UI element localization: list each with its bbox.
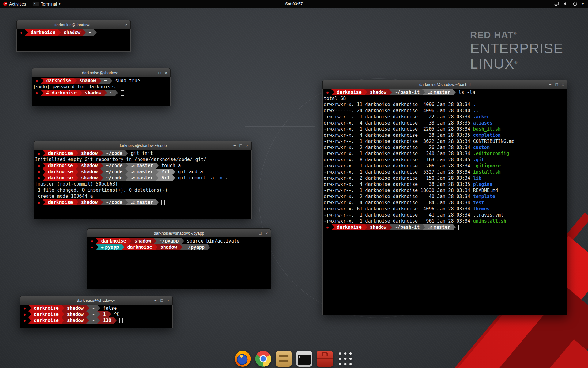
window-titlebar[interactable]: darknoise@shadow:~/pyapp−□× xyxy=(87,228,271,238)
window-titlebar[interactable]: darknoise@shadow:~/code−□× xyxy=(34,141,252,150)
terminal-line: -rw-rw-r--. 1 darknoise darknoise 18630 … xyxy=(324,187,567,194)
powerline-arrow-icon xyxy=(125,199,128,205)
activities-button[interactable]: Activities xyxy=(0,0,29,8)
minimize-button[interactable]: − xyxy=(112,23,115,27)
terminal-cursor xyxy=(119,318,123,323)
powerline-arrow-icon xyxy=(43,150,45,156)
chevron-down-icon[interactable]: ▾ xyxy=(582,2,584,6)
close-button[interactable]: × xyxy=(265,231,268,235)
segment-text: shadow xyxy=(79,78,96,83)
terminal-content[interactable]: ●darknoiseshadow~/bash-it⎇masterls -lato… xyxy=(322,89,567,315)
close-button[interactable]: × xyxy=(167,298,169,302)
terminal-content[interactable]: ●darknoiseshadow~/pyappsource bin/activa… xyxy=(87,237,271,289)
terminal-content[interactable]: ●darknoiseshadow~false●darknoiseshadow~1… xyxy=(20,305,173,328)
output-text: -rwxrwxr-x. 1 darknoise darknoise 206 Ja… xyxy=(324,163,473,169)
close-button[interactable]: × xyxy=(562,82,564,86)
powerline-arrow-icon xyxy=(114,317,117,324)
powerline-arrow-icon xyxy=(86,317,89,324)
segment-text: master xyxy=(137,175,153,181)
prompt-segment-user: darknoise xyxy=(45,169,76,175)
minimize-button[interactable]: − xyxy=(549,82,552,86)
toolbox-icon xyxy=(317,351,333,367)
segment-text: master xyxy=(434,224,450,230)
display-icon[interactable] xyxy=(554,2,559,6)
dock-terminal[interactable] xyxy=(296,351,312,367)
command-text: ls -la xyxy=(456,89,475,95)
powerline-arrow-icon xyxy=(97,305,100,311)
executable-name: uninstall.sh xyxy=(473,218,506,224)
window-titlebar[interactable]: darknoise@shadow:~−□× xyxy=(32,68,171,78)
directory-name: test xyxy=(473,200,484,206)
rhel-branding: RED HAT® ENTERPRISE LINUX® xyxy=(470,30,563,72)
powerline-arrow-icon xyxy=(422,89,425,95)
segment-text: darknoise xyxy=(34,312,59,317)
segment-text: darknoise xyxy=(48,169,73,174)
minimize-button[interactable]: − xyxy=(152,71,155,75)
output-text: [sudo] password for darknoise: xyxy=(33,84,119,90)
close-button[interactable]: × xyxy=(125,23,127,27)
terminal-content[interactable]: ●darknoiseshadow~/codegit initInitialize… xyxy=(34,150,252,219)
window-titlebar[interactable]: darknoise@shadow:~−□× xyxy=(16,20,131,29)
maximize-button[interactable]: □ xyxy=(161,298,163,302)
dock-firefox[interactable] xyxy=(235,351,251,367)
terminal-cursor xyxy=(121,90,124,96)
app-menu[interactable]: >_ Terminal ▾ xyxy=(29,0,64,8)
prompt-dot-icon: ● xyxy=(91,240,93,243)
power-icon[interactable] xyxy=(573,2,578,6)
prompt-segment-host: shadow xyxy=(77,78,99,84)
prompt-segment-user: darknoise xyxy=(334,224,364,230)
terminal-window[interactable]: darknoise@shadow:~−□×●darknoiseshadow~ xyxy=(16,20,131,52)
command-text: git init xyxy=(128,150,153,156)
dock-toolbox[interactable] xyxy=(317,351,333,367)
powerline-arrow-icon xyxy=(96,238,99,244)
terminal-icon: >_ xyxy=(33,2,39,6)
terminal-line: drwxrwxr-x. 4 darknoise darknoise 38 Jan… xyxy=(324,120,567,126)
maximize-button[interactable]: □ xyxy=(259,231,262,235)
volume-icon[interactable] xyxy=(563,2,568,6)
directory-name: plugins xyxy=(473,181,492,187)
terminal-content[interactable]: ●darknoiseshadow~ xyxy=(16,29,131,52)
dock-app-grid[interactable] xyxy=(337,351,353,367)
window-controls: −□× xyxy=(233,141,248,150)
dock-chrome[interactable] xyxy=(255,351,271,367)
segment-text: master xyxy=(137,169,153,174)
segment-text: darknoise xyxy=(127,244,152,250)
powerline-arrow-icon xyxy=(110,78,112,84)
powerline-arrow-icon xyxy=(25,29,28,36)
powerline-arrow-icon xyxy=(74,78,77,84)
prompt-segment-icon: ● xyxy=(33,78,41,84)
output-text: drwxrwxr-x. 8 darknoise darknoise 163 Ja… xyxy=(324,157,473,163)
terminal-cursor xyxy=(458,225,462,230)
window-titlebar[interactable]: darknoise@shadow:~−□× xyxy=(20,296,173,305)
powerline-arrow-icon xyxy=(100,199,103,205)
terminal-window[interactable]: darknoise@shadow:~−□×●darknoiseshadow~fa… xyxy=(20,296,173,328)
powerline-arrow-icon xyxy=(76,175,78,181)
terminal-window[interactable]: darknoise@shadow:~/bash-it−□×●darknoises… xyxy=(322,80,567,315)
maximize-button[interactable]: □ xyxy=(159,71,161,75)
segment-text: master xyxy=(434,90,450,95)
prompt-segment-path: ~/code xyxy=(103,150,125,156)
minimize-button[interactable]: − xyxy=(233,144,236,148)
clock[interactable]: Sat 03:57 xyxy=(285,2,303,6)
python-venv-icon: ● xyxy=(101,246,104,249)
output-text: Initialized empty Git repository in /hom… xyxy=(35,156,206,163)
terminal-content[interactable]: ●darknoiseshadow~sudo true[sudo] passwor… xyxy=(32,77,171,106)
terminal-window[interactable]: darknoise@shadow:~/pyapp−□×●darknoisesha… xyxy=(87,228,271,289)
window-titlebar[interactable]: darknoise@shadow:~/bash-it−□× xyxy=(322,80,567,89)
maximize-button[interactable]: □ xyxy=(556,82,558,86)
terminal-window[interactable]: darknoise@shadow:~−□×●darknoiseshadow~su… xyxy=(32,68,171,106)
prompt-segment-icon: ● xyxy=(324,89,331,95)
directory-name: . xyxy=(473,102,476,108)
prompt-segment-path: ~ xyxy=(89,311,97,317)
terminal-window[interactable]: darknoise@shadow:~/code−□×●darknoiseshad… xyxy=(34,141,252,219)
minimize-button[interactable]: − xyxy=(253,231,255,235)
minimize-button[interactable]: − xyxy=(154,298,157,302)
maximize-button[interactable]: □ xyxy=(119,23,121,27)
close-button[interactable]: × xyxy=(165,71,167,75)
segment-text: shadow xyxy=(85,90,101,96)
maximize-button[interactable]: □ xyxy=(240,144,242,148)
powerline-arrow-icon xyxy=(172,175,175,181)
dock-files[interactable] xyxy=(276,351,292,367)
close-button[interactable]: × xyxy=(246,144,248,148)
prompt-segment-icon: ● xyxy=(88,238,96,244)
